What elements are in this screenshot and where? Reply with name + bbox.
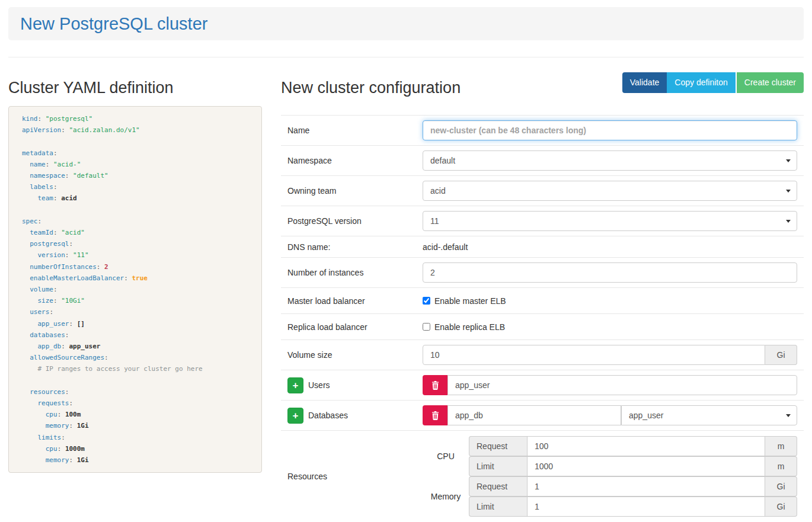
- owning-team-select-value: acid: [430, 186, 446, 196]
- yaml-line: memory: 1Gi: [22, 454, 248, 466]
- owning-team-label: Owning team: [287, 186, 423, 196]
- users-label: Users: [308, 380, 330, 390]
- plus-icon: +: [293, 380, 299, 390]
- yaml-line: cpu: 100m: [22, 409, 248, 420]
- yaml-line: name: "acid-": [22, 159, 248, 170]
- dns-name-value: acid-.default: [423, 242, 468, 252]
- yaml-line: allowedSourceRanges:: [22, 352, 248, 363]
- memory-request-input[interactable]: [527, 476, 765, 497]
- database-owner-select-value: app_user: [629, 411, 663, 420]
- yaml-line: memory: 1Gi: [22, 420, 248, 431]
- main-content: Cluster YAML definition kind: "postgresq…: [8, 57, 804, 522]
- resources-row: Resources CPU Memory Request m: [281, 431, 804, 522]
- yaml-line: enableMasterLoadBalancer: true: [22, 273, 248, 284]
- cluster-actions: Validate Copy definiton Create cluster: [622, 72, 804, 93]
- validate-button[interactable]: Validate: [622, 72, 667, 93]
- yaml-line: teamId: "acid": [22, 227, 248, 238]
- resource-group-labels: CPU Memory: [423, 436, 469, 517]
- yaml-line: [22, 375, 248, 386]
- master-lb-row: Master load balancer Enable master ELB: [281, 288, 804, 314]
- copy-definition-button[interactable]: Copy definiton: [667, 72, 736, 93]
- add-user-button[interactable]: +: [287, 377, 303, 393]
- yaml-line: app_db: app_user: [22, 341, 248, 352]
- resources-label: Resources: [287, 472, 327, 481]
- name-input[interactable]: [423, 120, 797, 140]
- memory-limit-unit-addon: Gi: [765, 497, 797, 517]
- owning-team-row: Owning team acid: [281, 176, 804, 206]
- memory-limit-input[interactable]: [527, 497, 765, 517]
- database-item: app_user: [423, 405, 797, 425]
- config-panel: New cluster configuration Validate Copy …: [281, 57, 804, 522]
- name-label: Name: [287, 126, 423, 135]
- yaml-line: volume:: [22, 284, 248, 295]
- yaml-line: numberOfInstances: 2: [22, 261, 248, 273]
- instances-input[interactable]: [423, 262, 797, 283]
- memory-limit-addon: Limit: [469, 497, 527, 517]
- volume-unit-addon: Gi: [765, 345, 797, 365]
- memory-request-addon: Request: [469, 476, 527, 497]
- cpu-limit-input[interactable]: [527, 456, 765, 476]
- replica-lb-row: Replica load balancer Enable replica ELB: [281, 314, 804, 340]
- users-row: + Users: [281, 370, 804, 401]
- yaml-line: databases:: [22, 329, 248, 341]
- yaml-line: apiVersion: "acid.zalan.do/v1": [22, 124, 248, 136]
- chevron-down-icon: [786, 220, 791, 223]
- namespace-select-value: default: [430, 156, 455, 165]
- namespace-label: Namespace: [287, 156, 423, 165]
- database-name-input[interactable]: [447, 405, 621, 425]
- cluster-form: Name Namespace default Owning: [281, 115, 804, 522]
- yaml-line: limits:: [22, 432, 248, 443]
- trash-icon: [431, 411, 439, 420]
- owning-team-select[interactable]: acid: [423, 181, 797, 201]
- dns-name-label: DNS name:: [287, 242, 423, 252]
- volume-size-input[interactable]: [423, 345, 765, 365]
- user-item: [423, 375, 797, 395]
- config-title: New cluster configuration: [281, 79, 461, 97]
- yaml-line: version: "11": [22, 249, 248, 261]
- yaml-line: # IP ranges to access your cluster go he…: [22, 363, 248, 374]
- pg-version-row: PostgreSQL version 11: [281, 206, 804, 236]
- master-lb-label: Master load balancer: [287, 296, 423, 306]
- volume-size-label: Volume size: [287, 350, 423, 360]
- replica-elb-checkbox[interactable]: [423, 323, 430, 331]
- resource-inputs: Request m Limit m Request: [469, 436, 797, 517]
- pg-version-label: PostgreSQL version: [287, 216, 423, 226]
- replica-elb-checkbox-label: Enable replica ELB: [434, 322, 505, 332]
- instances-row: Number of instances: [281, 258, 804, 288]
- user-name-input[interactable]: [447, 375, 797, 395]
- cpu-limit-group: Limit m: [469, 456, 797, 476]
- volume-size-row: Volume size Gi: [281, 340, 804, 370]
- cpu-limit-unit-addon: m: [765, 456, 797, 476]
- cpu-request-input[interactable]: [527, 436, 765, 456]
- yaml-line: kind: "postgresql": [22, 113, 248, 124]
- yaml-panel-title: Cluster YAML definition: [8, 79, 262, 97]
- namespace-row: Namespace default: [281, 146, 804, 176]
- database-owner-select[interactable]: app_user: [621, 405, 797, 425]
- yaml-line: postgresql:: [22, 238, 248, 249]
- yaml-line: resources:: [22, 386, 248, 398]
- yaml-line: spec:: [22, 216, 248, 227]
- replica-lb-label: Replica load balancer: [287, 322, 423, 332]
- add-database-button[interactable]: +: [287, 408, 303, 424]
- memory-request-group: Request Gi: [469, 476, 797, 497]
- cpu-limit-addon: Limit: [469, 456, 527, 476]
- delete-user-button[interactable]: [423, 375, 447, 395]
- master-elb-checkbox-label: Enable master ELB: [434, 296, 506, 306]
- yaml-line: users:: [22, 306, 248, 318]
- pg-version-select[interactable]: 11: [423, 211, 797, 231]
- delete-database-button[interactable]: [423, 405, 447, 425]
- yaml-panel: Cluster YAML definition kind: "postgresq…: [8, 57, 262, 473]
- cpu-request-addon: Request: [469, 436, 527, 456]
- databases-label: Databases: [308, 411, 348, 420]
- create-cluster-button[interactable]: Create cluster: [737, 72, 804, 93]
- trash-icon: [431, 381, 439, 390]
- page-title: New PostgreSQL cluster: [20, 14, 207, 34]
- cpu-label: CPU: [423, 436, 469, 476]
- yaml-line: labels:: [22, 181, 248, 193]
- name-row: Name: [281, 116, 804, 146]
- chevron-down-icon: [786, 414, 791, 417]
- master-elb-checkbox[interactable]: [423, 297, 430, 305]
- instances-label: Number of instances: [287, 268, 423, 277]
- cpu-request-unit-addon: m: [765, 436, 797, 456]
- namespace-select[interactable]: default: [423, 150, 797, 171]
